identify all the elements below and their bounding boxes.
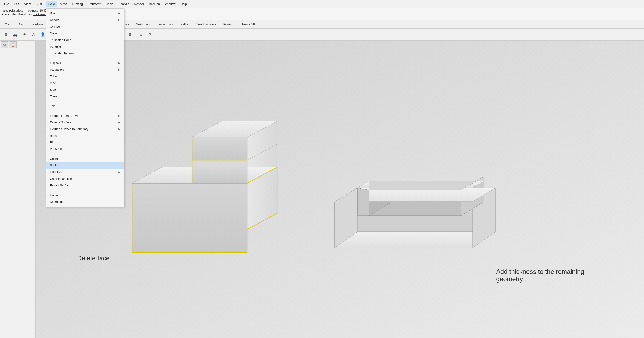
menu-item-pyramid-label: Pyramid	[50, 45, 61, 48]
menu-item-fillet-edge[interactable]: Fillet Edge ▶	[46, 169, 124, 175]
panel-copy-btn[interactable]: ⧉	[1, 42, 8, 48]
tab-mesh-tools[interactable]: Mesh Tools	[133, 22, 153, 27]
menu-item-cap-planar-holes-label: Cap Planar Holes	[50, 177, 73, 181]
menu-drafting[interactable]: Drafting	[70, 2, 85, 7]
menu-item-difference-label: Difference	[50, 200, 64, 204]
menu-item-cylinder-label: Cylinder	[50, 25, 61, 28]
panel-paste-btn[interactable]: 📋	[9, 42, 16, 48]
menu-item-text[interactable]: Text...	[46, 103, 124, 109]
menu-window[interactable]: Window	[162, 2, 178, 7]
menu-bar: File Edit View SubD Solid Mesh Drafting …	[0, 0, 644, 8]
menu-item-sphere[interactable]: Sphere ▶	[46, 17, 124, 23]
menu-solid[interactable]: Solid	[46, 2, 57, 7]
menu-group-2: Ellipsoid ▶ Paraboloid ▶ Tube Pipe Slab …	[46, 59, 124, 100]
menu-edit[interactable]: Edit	[12, 2, 22, 7]
menu-item-boss-label: Boss	[50, 134, 56, 137]
menu-item-tube[interactable]: Tube	[46, 73, 124, 80]
menu-item-shell-label: Shell	[50, 164, 56, 167]
menu-group-3: Text...	[46, 102, 124, 110]
menu-item-pipe-label: Pipe	[50, 81, 56, 85]
menu-item-cylinder[interactable]: Cylinder	[46, 23, 124, 30]
svg-marker-5	[192, 167, 247, 183]
tab-view[interactable]: View	[2, 22, 14, 27]
menu-item-offset[interactable]: Offset	[46, 155, 124, 162]
tab-disp[interactable]: Disp	[15, 22, 27, 27]
ellipsoid-arrow-icon: ▶	[118, 62, 120, 64]
menu-boltgen[interactable]: BoltGen	[147, 2, 162, 7]
tab-selection-filters[interactable]: Selection Filters	[193, 22, 219, 27]
extrude-planar-arrow-icon: ▶	[118, 114, 120, 117]
svg-marker-24	[335, 232, 496, 248]
menu-item-pushpull[interactable]: PushPull	[46, 146, 124, 152]
menu-item-torus[interactable]: Torus	[46, 93, 124, 100]
menu-item-ellipsoid[interactable]: Ellipsoid ▶	[46, 60, 124, 66]
tab-transform[interactable]: Transform	[27, 22, 46, 27]
menu-item-shell[interactable]: Shell	[46, 162, 124, 169]
left-panel-top: ⧉ 📋	[0, 41, 36, 49]
separator-5	[46, 190, 124, 190]
menu-item-box[interactable]: Box ▶	[46, 10, 124, 17]
separator-2	[46, 101, 124, 101]
menu-render[interactable]: Render	[132, 2, 146, 7]
menu-item-truncated-pyramid[interactable]: Truncated Pyramid	[46, 50, 124, 57]
tab-drafting[interactable]: Drafting	[177, 22, 193, 27]
person-icon[interactable]: 👤	[39, 30, 47, 39]
menu-item-truncated-cone-label: Truncated Cone	[50, 38, 71, 42]
box-arrow-icon: ▶	[118, 12, 120, 15]
menu-file[interactable]: File	[2, 2, 11, 7]
car-icon[interactable]: 🚗	[11, 30, 19, 39]
menu-analyze[interactable]: Analyze	[116, 2, 131, 7]
menu-item-torus-label: Torus	[50, 95, 57, 98]
tab-new-in-v8[interactable]: New in V8	[239, 22, 258, 27]
menu-item-slab[interactable]: Slab	[46, 86, 124, 93]
solid-dropdown-menu: Box ▶ Sphere ▶ Cylinder Cone Truncated C…	[46, 8, 124, 207]
menu-subd[interactable]: SubD	[33, 2, 46, 7]
menu-item-cap-planar-holes[interactable]: Cap Planar Holes	[46, 175, 124, 182]
menu-item-union-label: Union	[50, 193, 58, 197]
tab-render-tools[interactable]: Render Tools	[154, 22, 176, 27]
menu-item-pipe[interactable]: Pipe	[46, 80, 124, 86]
tool2-icon[interactable]: ⊞	[126, 30, 134, 39]
menu-item-offset-label: Offset	[50, 157, 58, 160]
menu-item-cone[interactable]: Cone	[46, 30, 124, 37]
sphere-arrow-icon: ▶	[118, 19, 120, 21]
menu-item-slab-label: Slab	[50, 88, 56, 91]
menu-group-6: Union Difference	[46, 191, 124, 206]
menu-help[interactable]: Help	[178, 2, 189, 7]
grid-icon[interactable]: ⊞	[2, 30, 10, 39]
separator-1	[46, 58, 124, 58]
menu-item-boss[interactable]: Boss	[46, 132, 124, 139]
extrude-surface-arrow-icon: ▶	[118, 121, 120, 124]
menu-item-extrude-surface-label: Extrude Surface	[50, 121, 71, 124]
menu-tools[interactable]: Tools	[104, 2, 116, 7]
tab-datasmith[interactable]: Datasmith	[220, 22, 238, 27]
menu-item-union[interactable]: Union	[46, 192, 124, 198]
menu-item-rib[interactable]: Rib	[46, 139, 124, 146]
viewport[interactable]: Delete face Add thickness to the remaini…	[36, 41, 644, 338]
terrain-icon[interactable]: ∧	[137, 30, 145, 39]
menu-item-cone-label: Cone	[50, 32, 57, 35]
menu-mesh[interactable]: Mesh	[58, 2, 70, 7]
menu-item-sphere-label: Sphere	[50, 18, 60, 22]
menu-item-difference[interactable]: Difference	[46, 198, 124, 205]
menu-item-paraboloid[interactable]: Paraboloid ▶	[46, 66, 124, 73]
menu-view[interactable]: View	[22, 2, 33, 7]
menu-item-extrude-surface[interactable]: Extrude Surface ▶	[46, 119, 124, 126]
left-panel: ⧉ 📋	[0, 41, 36, 338]
menu-item-pushpull-label: PushPull	[50, 147, 62, 151]
menu-item-pyramid[interactable]: Pyramid	[46, 43, 124, 50]
menu-item-truncated-cone[interactable]: Truncated Cone	[46, 37, 124, 43]
menu-transform[interactable]: Transform	[86, 2, 104, 7]
menu-item-extrude-surface-to-boundary[interactable]: Extrude Surface to Boundary ▶	[46, 126, 124, 132]
star-icon[interactable]: ✦	[20, 30, 28, 39]
delete-face-label: Delete face	[77, 255, 110, 262]
toolbar-separator-3	[135, 31, 136, 38]
question-icon[interactable]: ?	[146, 30, 154, 39]
menu-item-extract-surface[interactable]: Extract Surface	[46, 182, 124, 189]
menu-item-extrude-planar-curve[interactable]: Extrude Planar Curve ▶	[46, 112, 124, 119]
menu-item-tube-label: Tube	[50, 75, 56, 78]
menu-item-extract-surface-label: Extract Surface	[50, 184, 70, 187]
separator-3	[46, 111, 124, 111]
svg-marker-34	[358, 188, 369, 215]
target-icon[interactable]: ◎	[30, 30, 38, 39]
